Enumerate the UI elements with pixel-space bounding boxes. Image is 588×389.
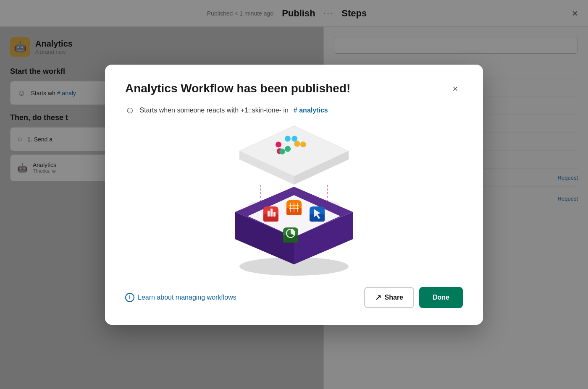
learn-text: Learn about managing workflows	[138, 294, 236, 301]
modal-footer: i Learn about managing workflows ↗ Share…	[125, 287, 463, 308]
info-icon: i	[125, 293, 134, 302]
publish-success-modal: Analytics Workflow has been published! ×…	[105, 65, 483, 325]
done-button[interactable]: Done	[419, 287, 463, 308]
svg-rect-22	[268, 211, 270, 217]
share-label: Share	[385, 294, 403, 301]
modal-header: Analytics Workflow has been published! ×	[125, 81, 463, 97]
svg-rect-24	[273, 212, 276, 217]
modal-actions: ↗ Share Done	[364, 287, 463, 308]
modal-close-button[interactable]: ×	[448, 81, 463, 97]
share-button[interactable]: ↗ Share	[364, 287, 414, 308]
learn-link[interactable]: i Learn about managing workflows	[125, 293, 236, 302]
smiley-icon: ☺	[125, 105, 134, 116]
svg-rect-36	[283, 235, 298, 243]
modal-title: Analytics Workflow has been published!	[125, 81, 350, 96]
svg-rect-23	[270, 209, 273, 217]
workflow-illustration	[105, 126, 483, 277]
modal-trigger-row: ☺ Starts when someone reacts with +1::sk…	[125, 105, 463, 116]
analytics-channel-link[interactable]: # analytics	[294, 107, 328, 114]
svg-marker-2	[239, 126, 349, 176]
share-icon: ↗	[375, 293, 381, 302]
trigger-description: Starts when someone reacts with +1::skin…	[139, 107, 288, 114]
